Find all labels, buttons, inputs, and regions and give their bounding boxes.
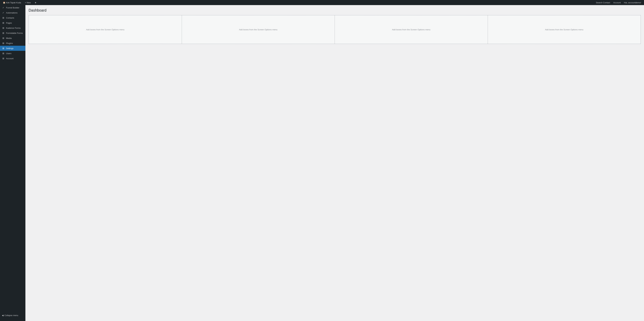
- sidebar-item-label: Account: [6, 57, 14, 60]
- dashboard-box-text: Add boxes from the Screen Options menu: [239, 28, 278, 31]
- account-label: Account: [613, 2, 621, 4]
- main-content: Dashboard Add boxes from the Screen Opti…: [26, 5, 644, 321]
- adminbar-star[interactable]: ★: [33, 0, 38, 5]
- wp-icon: 🏠: [3, 2, 6, 4]
- sidebar-item-account[interactable]: ⊞ Account: [0, 56, 26, 61]
- pages-icon: ⊞: [2, 22, 5, 24]
- adminbar-site-name[interactable]: 🏠 Kek Tapak Kuda: [1, 0, 22, 5]
- dashboard-box-text: Add boxes from the Screen Options menu: [545, 28, 583, 31]
- formidable-forms-icon: ⊞: [2, 32, 5, 34]
- admin-bar: 🏠 Kek Tapak Kuda + New ★ Search Contact …: [0, 0, 644, 5]
- dashboard-box-2: Add boxes from the Screen Options menu: [182, 15, 335, 44]
- automations-icon: ✓: [2, 12, 5, 14]
- collapse-icon: ◀: [2, 314, 4, 316]
- sidebar-item-label: Users: [6, 52, 12, 54]
- sidebar-item-label: Plugins: [6, 42, 13, 44]
- sidebar-item-funnel-builder[interactable]: ✓ Funnel Builder: [0, 5, 26, 10]
- sidebar-item-contacts[interactable]: ⊞ Contacts: [0, 15, 26, 20]
- page-title: Dashboard: [28, 8, 641, 12]
- sidebar-item-formidable-forms[interactable]: ⊞ Formidable Forms: [0, 30, 26, 36]
- sidebar-item-label: Funnel Builder: [6, 6, 19, 9]
- sidebar-item-label: Automations: [6, 12, 18, 14]
- new-label: + New: [25, 2, 31, 4]
- sidebar-item-settings[interactable]: ⊞ Settings: [0, 46, 26, 51]
- star-icon: ★: [34, 2, 36, 4]
- dashboard-box-text: Add boxes from the Screen Options menu: [392, 28, 430, 31]
- greeting-label: Hai, accountdemo!: [624, 2, 641, 4]
- dashboard-box-3: Add boxes from the Screen Options menu: [335, 15, 488, 44]
- site-name-label: Kek Tapak Kuda: [6, 2, 21, 4]
- dashboard-grid: Add boxes from the Screen Options menu A…: [28, 15, 641, 44]
- adminbar-search-contact[interactable]: Search Contact: [594, 0, 612, 5]
- dashboard-box-4: Add boxes from the Screen Options menu: [488, 15, 641, 44]
- adminbar-right: Search Contact Account Hai, accountdemo!: [594, 0, 643, 5]
- collapse-label: Collapse menu: [4, 314, 18, 316]
- sidebar-item-label: Pages: [6, 22, 12, 24]
- sidebar-item-automations[interactable]: ✓ Automations: [0, 10, 26, 15]
- adminbar-left: 🏠 Kek Tapak Kuda + New ★: [1, 0, 594, 5]
- dashboard-box-text: Add boxes from the Screen Options menu: [86, 28, 124, 31]
- settings-icon: ⊞: [2, 47, 5, 50]
- dashboard-box-1: Add boxes from the Screen Options menu: [29, 15, 182, 44]
- sidebar: ✓ Funnel Builder ✓ Automations ⊞ Contact…: [0, 5, 26, 321]
- sidebar-item-label: Kadence Forms: [6, 27, 21, 29]
- sidebar-item-kadence-forms[interactable]: ⊞ Kadence Forms: [0, 26, 26, 30]
- sidebar-item-label: Settings: [6, 47, 14, 50]
- sidebar-item-label: Contacts: [6, 17, 14, 19]
- collapse-menu-button[interactable]: ◀ Collapse menu: [0, 313, 26, 318]
- sidebar-item-label: Formidable Forms: [6, 32, 23, 34]
- adminbar-account[interactable]: Account: [612, 0, 622, 5]
- account-icon: ⊞: [2, 57, 5, 60]
- media-icon: ⊞: [2, 37, 5, 39]
- adminbar-greeting: Hai, accountdemo!: [622, 0, 643, 5]
- plugins-icon: ⊞: [2, 42, 5, 44]
- funnel-builder-icon: ✓: [2, 6, 5, 9]
- sidebar-item-label: Media: [6, 37, 12, 39]
- sidebar-item-media[interactable]: ⊞ Media: [0, 36, 26, 41]
- users-icon: ⊞: [2, 52, 5, 54]
- sidebar-item-pages[interactable]: ⊞ Pages: [0, 20, 26, 26]
- contacts-icon: ⊞: [2, 16, 5, 19]
- search-contact-label: Search Contact: [596, 2, 610, 4]
- adminbar-new[interactable]: + New: [23, 0, 32, 5]
- sidebar-item-plugins[interactable]: ⊞ Plugins: [0, 41, 26, 46]
- kadence-forms-icon: ⊞: [2, 27, 5, 29]
- sidebar-item-users[interactable]: ⊞ Users: [0, 51, 26, 56]
